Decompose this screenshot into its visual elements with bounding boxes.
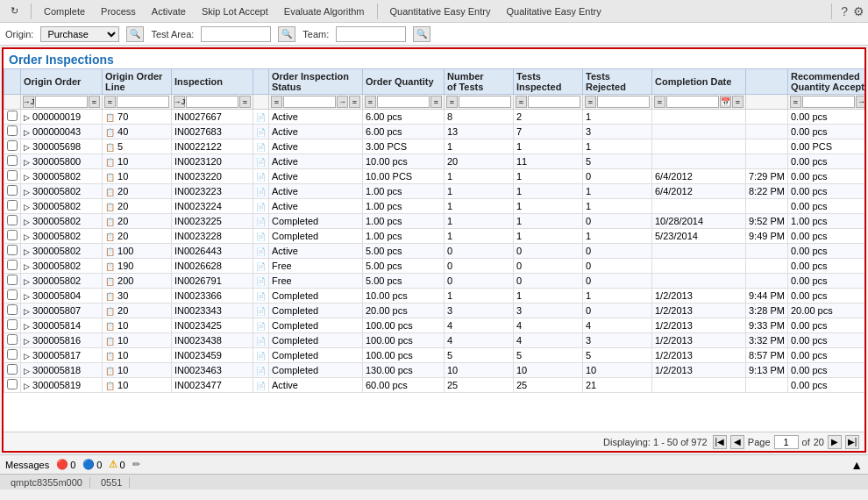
filter-tests-inspected[interactable]: = bbox=[514, 95, 583, 110]
quant-easy-button[interactable]: Quantitative Easy Entry bbox=[383, 4, 498, 18]
row-checkbox-cell[interactable] bbox=[4, 229, 21, 244]
filter-insp-btn2[interactable]: = bbox=[239, 96, 251, 108]
table-row[interactable]: ▷ 300005807📋 20IN0023343📄Completed20.00 … bbox=[4, 304, 865, 318]
row-checkbox[interactable] bbox=[7, 319, 18, 330]
row-checkbox[interactable] bbox=[7, 245, 18, 255]
table-row[interactable]: ▷ 300005802📋 200IN0026791📄Free5.00 pcs00… bbox=[4, 274, 865, 289]
row-checkbox-cell[interactable] bbox=[4, 139, 21, 154]
settings-icon[interactable]: ⚙ bbox=[853, 4, 864, 18]
filter-origin-order-btn1[interactable]: →J bbox=[23, 96, 34, 108]
filter-tests-rejected[interactable]: = bbox=[583, 95, 652, 110]
row-expand-icon[interactable]: ▷ bbox=[24, 203, 30, 211]
row-expand-icon[interactable]: ▷ bbox=[24, 292, 30, 301]
row-expand-icon[interactable]: ▷ bbox=[24, 307, 30, 316]
row-checkbox-cell[interactable] bbox=[4, 318, 21, 333]
row-expand-icon[interactable]: ▷ bbox=[24, 322, 30, 331]
filter-cd-btn3[interactable]: = bbox=[732, 96, 743, 108]
activate-button[interactable]: Activate bbox=[145, 4, 193, 18]
table-row[interactable]: ▷ 300005819📋 10IN0023477📄Active60.00 pcs… bbox=[4, 378, 865, 393]
filter-ti-input[interactable] bbox=[528, 96, 580, 108]
row-expand-icon[interactable]: ▷ bbox=[24, 352, 30, 361]
skip-lot-button[interactable]: Skip Lot Accept bbox=[195, 4, 275, 18]
row-checkbox[interactable] bbox=[7, 289, 18, 300]
filter-ra-btn1[interactable]: = bbox=[790, 96, 801, 108]
filter-insp-btn1[interactable]: →J bbox=[174, 96, 185, 108]
table-row[interactable]: ▷ 300005698📋 5IN0022122📄Active3.00 PCS11… bbox=[4, 139, 865, 154]
row-checkbox-cell[interactable] bbox=[4, 363, 21, 378]
qual-easy-button[interactable]: Qualitative Easy Entry bbox=[499, 4, 608, 18]
row-checkbox-cell[interactable] bbox=[4, 214, 21, 229]
table-row[interactable]: ▷ 300005814📋 10IN0023425📄Completed100.00… bbox=[4, 318, 865, 333]
row-checkbox[interactable] bbox=[7, 275, 18, 285]
edit-messages-icon[interactable]: ✏ bbox=[132, 459, 140, 470]
filter-ra-input[interactable] bbox=[802, 96, 855, 108]
filter-origin-line[interactable]: = bbox=[103, 95, 172, 110]
row-expand-icon[interactable]: ▷ bbox=[24, 188, 30, 196]
help-icon[interactable]: ? bbox=[841, 4, 848, 18]
test-area-search-btn[interactable]: 🔍 bbox=[278, 26, 295, 42]
filter-tr-btn[interactable]: = bbox=[585, 96, 596, 108]
filter-ol-input[interactable] bbox=[117, 96, 169, 108]
team-input[interactable] bbox=[336, 26, 406, 42]
row-checkbox[interactable] bbox=[7, 334, 18, 345]
row-checkbox-cell[interactable] bbox=[4, 125, 21, 139]
row-expand-icon[interactable]: ▷ bbox=[24, 113, 30, 122]
row-checkbox[interactable] bbox=[7, 155, 18, 166]
filter-oqty-btn1[interactable]: = bbox=[365, 96, 376, 108]
row-expand-icon[interactable]: ▷ bbox=[24, 382, 30, 390]
row-checkbox-cell[interactable] bbox=[4, 184, 21, 199]
filter-rec-accepted[interactable]: =→= bbox=[787, 95, 864, 110]
filter-ol-btn[interactable]: = bbox=[104, 96, 116, 108]
filter-status[interactable]: =→= bbox=[269, 95, 363, 110]
row-expand-icon[interactable]: ▷ bbox=[24, 262, 30, 271]
row-expand-icon[interactable]: ▷ bbox=[24, 218, 30, 226]
row-expand-icon[interactable]: ▷ bbox=[24, 143, 30, 152]
table-row[interactable]: ▷ 300005804📋 30IN0023366📄Completed10.00 … bbox=[4, 289, 865, 304]
pager-last-btn[interactable]: ▶| bbox=[845, 435, 859, 449]
table-row[interactable]: ▷ 000000019📋 70IN0027667📄Active6.00 pcs8… bbox=[4, 110, 865, 125]
filter-ra-btn2[interactable]: → bbox=[856, 96, 864, 108]
messages-expand-icon[interactable]: ▲ bbox=[850, 458, 863, 472]
refresh-button[interactable]: ↻ bbox=[4, 4, 25, 18]
row-expand-icon[interactable]: ▷ bbox=[24, 173, 30, 182]
row-checkbox[interactable] bbox=[7, 125, 18, 136]
filter-status-btn2[interactable]: → bbox=[337, 96, 348, 108]
test-area-input[interactable] bbox=[201, 26, 271, 42]
evaluate-button[interactable]: Evaluate Algorithm bbox=[277, 4, 372, 18]
table-container[interactable]: Origin Order Origin OrderLine Inspection… bbox=[4, 68, 864, 432]
table-row[interactable]: ▷ 300005802📋 20IN0023224📄Active1.00 pcs1… bbox=[4, 199, 865, 214]
row-checkbox-cell[interactable] bbox=[4, 378, 21, 393]
pager-next-btn[interactable]: ▶ bbox=[828, 435, 842, 449]
row-expand-icon[interactable]: ▷ bbox=[24, 232, 30, 241]
origin-search-btn[interactable]: 🔍 bbox=[126, 26, 144, 42]
filter-oqty-input[interactable] bbox=[377, 96, 430, 108]
row-checkbox[interactable] bbox=[7, 304, 18, 315]
row-checkbox-cell[interactable] bbox=[4, 304, 21, 318]
table-row[interactable]: ▷ 300005802📋 10IN0023220📄Active10.00 PCS… bbox=[4, 169, 865, 184]
pager-page-input[interactable]: 1 bbox=[774, 435, 799, 449]
row-expand-icon[interactable]: ▷ bbox=[24, 128, 30, 137]
row-checkbox[interactable] bbox=[7, 230, 18, 240]
table-row[interactable]: ▷ 000000043📋 40IN0027683📄Active6.00 pcs1… bbox=[4, 125, 865, 139]
table-row[interactable]: ▷ 300005802📋 20IN0023223📄Active1.00 pcs1… bbox=[4, 184, 865, 199]
filter-nt-input[interactable] bbox=[459, 96, 511, 108]
filter-status-btn1[interactable]: = bbox=[271, 96, 282, 108]
filter-num-tests[interactable]: = bbox=[445, 95, 514, 110]
filter-status-btn3[interactable]: = bbox=[349, 96, 360, 108]
team-search-btn[interactable]: 🔍 bbox=[413, 26, 430, 42]
filter-origin-order[interactable]: →J= bbox=[21, 95, 103, 110]
row-checkbox-cell[interactable] bbox=[4, 244, 21, 259]
table-row[interactable]: ▷ 300005802📋 20IN0023228📄Completed1.00 p… bbox=[4, 229, 865, 244]
filter-origin-order-input[interactable] bbox=[35, 96, 88, 108]
table-row[interactable]: ▷ 300005802📋 20IN0023225📄Completed1.00 p… bbox=[4, 214, 865, 229]
row-checkbox[interactable] bbox=[7, 185, 18, 196]
row-expand-icon[interactable]: ▷ bbox=[24, 158, 30, 167]
table-row[interactable]: ▷ 300005802📋 100IN0026443📄Active5.00 pcs… bbox=[4, 244, 865, 259]
row-checkbox-cell[interactable] bbox=[4, 199, 21, 214]
row-checkbox[interactable] bbox=[7, 364, 18, 375]
table-row[interactable]: ▷ 300005818📋 10IN0023463📄Completed130.00… bbox=[4, 363, 865, 378]
row-checkbox[interactable] bbox=[7, 200, 18, 211]
row-expand-icon[interactable]: ▷ bbox=[24, 367, 30, 375]
row-expand-icon[interactable]: ▷ bbox=[24, 337, 30, 346]
complete-button[interactable]: Complete bbox=[37, 4, 92, 18]
